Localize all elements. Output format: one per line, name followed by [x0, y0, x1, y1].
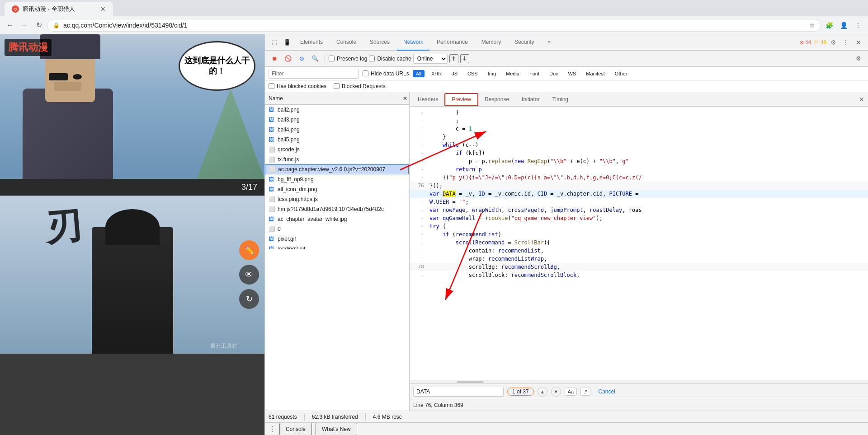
tab-network[interactable]: Network	[397, 34, 429, 51]
devtools-more-btn[interactable]: ⋮	[840, 37, 852, 48]
selected-file-item[interactable]: ⬜ ac.page.chapter.view_v2.6.0.js?v=20200…	[265, 164, 409, 174]
search-cancel-btn[interactable]: Cancel	[594, 388, 620, 396]
img-icon: 🖼	[269, 107, 275, 113]
search-next-btn[interactable]: ▼	[551, 387, 561, 397]
search-btn[interactable]: 🔍	[309, 53, 321, 65]
tab-console[interactable]: Console	[330, 34, 363, 51]
code-line: - if (recommendList)	[410, 230, 868, 239]
bottom-console-btn[interactable]: Console	[279, 423, 312, 435]
tab-sources[interactable]: Sources	[363, 34, 396, 51]
has-blocked-cookies-label[interactable]: Has blocked cookies	[269, 83, 326, 89]
list-item[interactable]: ⬜ qrcode.js	[265, 145, 409, 154]
disable-cache-checkbox[interactable]: Disable cache	[369, 56, 411, 62]
list-item[interactable]: ⬜ tx.func.js	[265, 154, 409, 164]
bottom-whats-new-btn[interactable]: What's New	[316, 423, 357, 435]
file-icon: ⬜	[269, 226, 275, 232]
profile-btn[interactable]: 👤	[837, 19, 850, 32]
tab-preview[interactable]: Preview	[444, 93, 478, 106]
code-line: - scrollBlock: recommendScrollBlock,	[410, 271, 868, 279]
star-icon[interactable]: ☆	[809, 22, 815, 29]
search-aa-btn[interactable]: Aa	[565, 388, 577, 396]
forward-button[interactable]: →	[18, 19, 31, 32]
code-area[interactable]: - } - ; - c = 1	[410, 107, 868, 380]
filter-toggle-btn[interactable]: ⊜	[296, 53, 307, 65]
list-item[interactable]: 🖼 pixel.gif	[265, 234, 409, 244]
blocked-requests-label[interactable]: Blocked Requests	[334, 83, 386, 89]
search-input[interactable]	[413, 387, 504, 397]
code-line-78: 78 scrollBg: recommendScrollBg,	[410, 263, 868, 271]
filter-font-btn[interactable]: Font	[526, 70, 542, 77]
browser-tab[interactable]: Q 腾讯动漫 - 全职猎人 ✕	[5, 2, 113, 16]
throttle-select[interactable]: Online Fast 3G Slow 3G Offline	[413, 54, 448, 64]
back-button[interactable]: ←	[4, 19, 16, 32]
horizontal-scrollbar[interactable]	[410, 380, 868, 384]
tab-performance[interactable]: Performance	[430, 34, 474, 51]
address-bar[interactable]: 🔒 ac.qq.com/ComicView/index/id/531490/ci…	[47, 19, 821, 32]
tab-headers[interactable]: Headers	[411, 92, 444, 107]
code-line: - return p	[410, 165, 868, 173]
code-search-bar: 1 of 37 ▲ ▼ Aa .* Cancel	[410, 384, 868, 399]
list-item[interactable]: 🖼 bg_fff_op9.png	[265, 174, 409, 184]
filter-other-btn[interactable]: Other	[612, 70, 631, 77]
edit-action-btn[interactable]: ✏️	[239, 240, 259, 260]
tab-elements[interactable]: Elements	[294, 34, 329, 51]
eye-action-btn[interactable]: 👁	[239, 265, 259, 285]
filter-img-btn[interactable]: Img	[485, 70, 499, 77]
devtools-device-btn[interactable]: 📱	[281, 37, 293, 48]
filter-all-btn[interactable]: All	[413, 70, 425, 77]
tab-close-btn[interactable]: ✕	[100, 5, 106, 13]
network-body: Name ✕ 🖼 ball2.png 🖼 ball3.png 🖼	[265, 92, 868, 411]
list-item[interactable]: ⬜ 0	[265, 224, 409, 234]
list-item[interactable]: 🖼 ball3.png	[265, 115, 409, 125]
preserve-log-checkbox[interactable]: Preserve log	[329, 56, 367, 62]
devtools-cursor-btn[interactable]: ⬚	[269, 37, 280, 48]
filter-js-btn[interactable]: JS	[448, 70, 461, 77]
list-item[interactable]: ⬜ tcss.ping.https.js	[265, 194, 409, 204]
menu-btn[interactable]: ⋮	[852, 19, 864, 32]
code-line: - }	[410, 133, 868, 141]
record-btn[interactable]: ⏺	[269, 53, 280, 65]
devtools-settings-btn[interactable]: ⚙	[827, 37, 839, 48]
hide-data-urls-label[interactable]: Hide data URLs	[363, 70, 409, 77]
filter-xhr-btn[interactable]: XHR	[428, 70, 445, 77]
close-preview-btn[interactable]: ✕	[857, 95, 866, 104]
extensions-btn[interactable]: 🧩	[823, 19, 835, 32]
filter-doc-btn[interactable]: Doc	[546, 70, 561, 77]
list-item[interactable]: 🖼 ball4.png	[265, 125, 409, 135]
js-icon: ⬜	[269, 146, 275, 153]
download-btn[interactable]: ⬇	[460, 54, 469, 63]
list-item[interactable]: 🖼 ball5.png	[265, 135, 409, 145]
devtools-statusbar: Line 76, Column 369	[410, 399, 868, 411]
bottom-drag-icon[interactable]: ⋮	[269, 425, 276, 433]
network-settings-btn[interactable]: ⚙	[853, 53, 864, 65]
reload-button[interactable]: ↻	[33, 19, 45, 32]
search-regex-btn[interactable]: .*	[580, 388, 590, 396]
name-column-header: Name ✕	[265, 92, 409, 105]
checkboxes-row: Has blocked cookies Blocked Requests	[265, 80, 868, 92]
list-item[interactable]: ⬜ hm.js?f179d8d1a7d9619f10734edb75d482c	[265, 204, 409, 214]
search-prev-btn[interactable]: ▲	[538, 387, 547, 397]
filter-manifest-btn[interactable]: Manifest	[583, 70, 608, 77]
upload-btn[interactable]: ⬆	[449, 54, 458, 63]
filter-media-btn[interactable]: Media	[503, 70, 523, 77]
list-item[interactable]: 🖼 loading2.gif	[265, 244, 409, 249]
tab-more[interactable]: »	[542, 34, 557, 51]
devtools-close-btn[interactable]: ✕	[853, 37, 864, 48]
list-item[interactable]: 🖼 ball2.png	[265, 105, 409, 115]
filter-input[interactable]	[269, 69, 359, 79]
filter-ws-btn[interactable]: WS	[565, 70, 580, 77]
code-line: - var qqGameHall = +cookie("qq_game_new_…	[410, 214, 868, 222]
filter-css-btn[interactable]: CSS	[464, 70, 481, 77]
close-name-col-btn[interactable]: ✕	[403, 95, 409, 102]
requests-count: 61 requests	[269, 414, 297, 420]
code-line: - if (k[c])	[410, 149, 868, 157]
list-item[interactable]: 🖼 ac_chapter_avatar_white.jpg	[265, 214, 409, 224]
tab-initiator[interactable]: Initiator	[515, 92, 546, 107]
refresh-action-btn[interactable]: ↻	[239, 289, 259, 309]
tab-timing[interactable]: Timing	[546, 92, 575, 107]
tab-security[interactable]: Security	[508, 34, 540, 51]
list-item[interactable]: 🖼 all_icon_dm.png	[265, 184, 409, 194]
tab-memory[interactable]: Memory	[475, 34, 507, 51]
clear-btn[interactable]: 🚫	[282, 53, 294, 65]
tab-response[interactable]: Response	[478, 92, 515, 107]
